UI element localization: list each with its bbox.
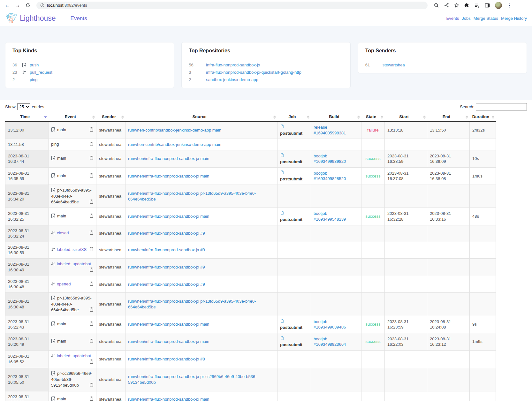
search-input[interactable] bbox=[476, 103, 527, 110]
back-icon[interactable]: ← bbox=[3, 1, 11, 10]
build-link[interactable]: bootjob#1693499548239 bbox=[314, 211, 346, 222]
event-label[interactable]: closed bbox=[57, 231, 69, 235]
column-header-sender[interactable]: Sender bbox=[96, 113, 125, 121]
build-link[interactable]: release#1694005998381 bbox=[314, 125, 346, 135]
build-link[interactable]: bootjob#1693499039486 bbox=[314, 319, 346, 330]
cell-state bbox=[361, 368, 385, 391]
clipboard-icon[interactable] bbox=[89, 247, 94, 253]
source-link[interactable]: runwhen-contrib/sandbox-jenkinsx-demo-ap… bbox=[128, 142, 221, 147]
extensions-icon[interactable] bbox=[464, 3, 469, 8]
event-label[interactable]: labeled: size/XS bbox=[57, 247, 87, 252]
entries-select[interactable]: 25 bbox=[17, 103, 30, 110]
clipboard-icon[interactable] bbox=[89, 173, 94, 179]
sort-desc-icon bbox=[44, 116, 47, 118]
clipboard-icon[interactable] bbox=[89, 268, 94, 273]
column-header-end[interactable]: End bbox=[427, 113, 470, 121]
url-bar[interactable]: localhost:8082/events bbox=[36, 2, 428, 9]
clipboard-icon[interactable] bbox=[89, 383, 94, 389]
card-title: Top Senders bbox=[358, 42, 527, 58]
clipboard-icon[interactable] bbox=[89, 359, 94, 365]
column-header-duration[interactable]: Duration bbox=[470, 113, 496, 121]
column-label: Source bbox=[192, 114, 206, 119]
item-link[interactable]: sandbox-jenkinsx-demo-app bbox=[206, 77, 258, 82]
event-label[interactable]: labeled: updatebot bbox=[57, 353, 91, 358]
source-link[interactable]: runwhen/infra-flux-nonprod-sandbox-jx #9 bbox=[128, 282, 205, 287]
source-link[interactable]: runwhen/infra-flux-nonprod-sandbox-jx #9 bbox=[128, 231, 205, 236]
clipboard-icon[interactable] bbox=[89, 200, 94, 205]
build-link[interactable]: bootjob#1693499828520 bbox=[314, 171, 346, 181]
column-header-event[interactable]: Event bbox=[49, 113, 96, 121]
cell-job: postsubmit bbox=[277, 316, 311, 333]
event-label[interactable]: labeled: updatebot bbox=[57, 261, 91, 266]
nav-link-events[interactable]: Events bbox=[446, 16, 459, 21]
cell-time: 13:11:58 bbox=[5, 139, 49, 150]
forward-icon[interactable]: → bbox=[13, 1, 22, 10]
reading-list-icon[interactable] bbox=[475, 3, 480, 8]
column-header-start[interactable]: Start bbox=[385, 113, 427, 121]
build-link[interactable]: bootjob#1693498923664 bbox=[314, 337, 346, 347]
column-header-state[interactable]: State bbox=[361, 113, 385, 121]
clipboard-icon[interactable] bbox=[89, 339, 94, 344]
source-link[interactable]: runwhen/infra-flux-nonprod-sandbox-jx pr… bbox=[128, 191, 256, 201]
share-icon[interactable] bbox=[444, 3, 449, 8]
cell-duration bbox=[470, 368, 496, 391]
menu-icon[interactable]: ⋮ bbox=[507, 3, 512, 8]
clipboard-icon[interactable] bbox=[89, 156, 94, 162]
nav-link-jobs[interactable]: Jobs bbox=[462, 16, 470, 21]
page-info-icon[interactable] bbox=[40, 3, 44, 7]
source-link[interactable]: runwhen/infra-flux-nonprod-sandbox-jx ma… bbox=[128, 339, 209, 344]
cell-sender: stewartshea bbox=[96, 167, 125, 185]
clipboard-icon[interactable] bbox=[89, 214, 94, 219]
item-link[interactable]: push bbox=[30, 63, 39, 67]
source-link[interactable]: runwhen/infra-flux-nonprod-sandbox-jx ma… bbox=[128, 156, 209, 161]
item-link[interactable]: pull_request bbox=[30, 70, 52, 75]
source-link[interactable]: runwhen/infra-flux-nonprod-sandbox-jx ma… bbox=[128, 397, 209, 401]
profile-avatar[interactable] bbox=[495, 2, 502, 9]
cell-event: main bbox=[49, 391, 96, 401]
cell-duration bbox=[470, 139, 496, 150]
item-link[interactable]: infra-flux-nonprod-sandbox-jx-quickstart… bbox=[206, 70, 301, 75]
source-link[interactable]: runwhen/infra-flux-nonprod-sandbox-jx #9 bbox=[128, 265, 205, 269]
clipboard-icon[interactable] bbox=[89, 322, 94, 327]
clipboard-icon[interactable] bbox=[89, 142, 94, 148]
table-row: 2023-08-31 16:20:49mainstewartshearunwhe… bbox=[5, 333, 496, 350]
cell-source: runwhen/infra-flux-nonprod-sandbox-jx #8 bbox=[125, 350, 277, 368]
column-header-build[interactable]: Build bbox=[311, 113, 361, 121]
nav-link-merge-history[interactable]: Merge History bbox=[501, 16, 527, 21]
clipboard-icon[interactable] bbox=[89, 397, 94, 401]
cell-time: 2023-08-31 16:32:24 bbox=[5, 225, 49, 242]
event-label[interactable]: opened bbox=[57, 282, 71, 286]
reload-icon[interactable] bbox=[24, 1, 32, 10]
source-link[interactable]: runwhen/infra-flux-nonprod-sandbox-jx ma… bbox=[128, 322, 209, 327]
side-panel-icon[interactable] bbox=[485, 3, 490, 8]
source-link[interactable]: runwhen/infra-flux-nonprod-sandbox-jx ma… bbox=[128, 174, 209, 178]
clipboard-icon[interactable] bbox=[89, 307, 94, 313]
clipboard-icon[interactable] bbox=[89, 127, 94, 133]
item-count: 56 bbox=[189, 63, 198, 67]
cell-event: main bbox=[49, 167, 96, 185]
nav-link-merge-status[interactable]: Merge Status bbox=[474, 16, 498, 21]
cell-time: 2023-08-31 16:30:48 bbox=[5, 292, 49, 316]
item-link[interactable]: infra-flux-nonprod-sandbox-jx bbox=[206, 63, 260, 67]
star-icon[interactable] bbox=[454, 3, 459, 8]
build-link[interactable]: bootjob#1693499939820 bbox=[314, 154, 346, 164]
cell-source: runwhen/infra-flux-nonprod-sandbox-jx pr… bbox=[125, 368, 277, 391]
source-link[interactable]: runwhen/infra-flux-nonprod-sandbox-jx ma… bbox=[128, 214, 209, 219]
item-link[interactable]: stewartshea bbox=[383, 63, 405, 67]
column-header-job[interactable]: Job bbox=[277, 113, 311, 121]
clipboard-icon[interactable] bbox=[89, 231, 94, 236]
zoom-icon[interactable] bbox=[434, 3, 439, 8]
cell-job: postsubmit bbox=[277, 150, 311, 167]
clipboard-icon[interactable] bbox=[89, 282, 94, 287]
brand[interactable]: Lighthouse bbox=[5, 12, 56, 25]
source-link[interactable]: runwhen-contrib/sandbox-jenkinsx-demo-ap… bbox=[128, 128, 221, 132]
column-header-time[interactable]: Time bbox=[5, 113, 49, 121]
item-link[interactable]: ping bbox=[30, 77, 38, 82]
source-link[interactable]: runwhen/infra-flux-nonprod-sandbox-jx pr… bbox=[128, 374, 257, 385]
nav-events-link[interactable]: Events bbox=[71, 15, 87, 22]
source-link[interactable]: runwhen/infra-flux-nonprod-sandbox-jx #8 bbox=[128, 357, 205, 361]
show-label: Show bbox=[5, 104, 16, 109]
column-header-source[interactable]: Source bbox=[125, 113, 277, 121]
source-link[interactable]: runwhen/infra-flux-nonprod-sandbox-jx #9 bbox=[128, 247, 205, 252]
source-link[interactable]: runwhen/infra-flux-nonprod-sandbox-jx pr… bbox=[128, 299, 256, 309]
